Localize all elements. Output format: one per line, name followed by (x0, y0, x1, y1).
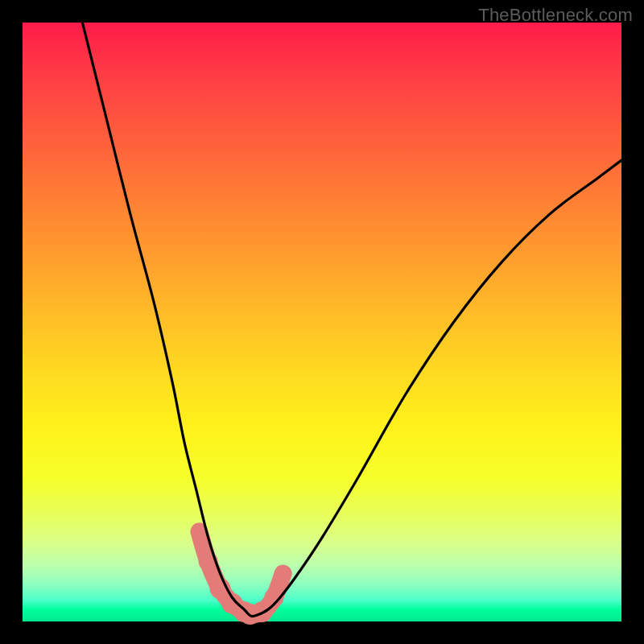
plot-area (23, 23, 621, 621)
bottleneck-curve (82, 23, 621, 617)
chart-frame: TheBottleneck.com (0, 0, 644, 644)
marker-dot (275, 565, 291, 581)
chart-svg (23, 23, 621, 621)
marker-layer (191, 523, 291, 625)
